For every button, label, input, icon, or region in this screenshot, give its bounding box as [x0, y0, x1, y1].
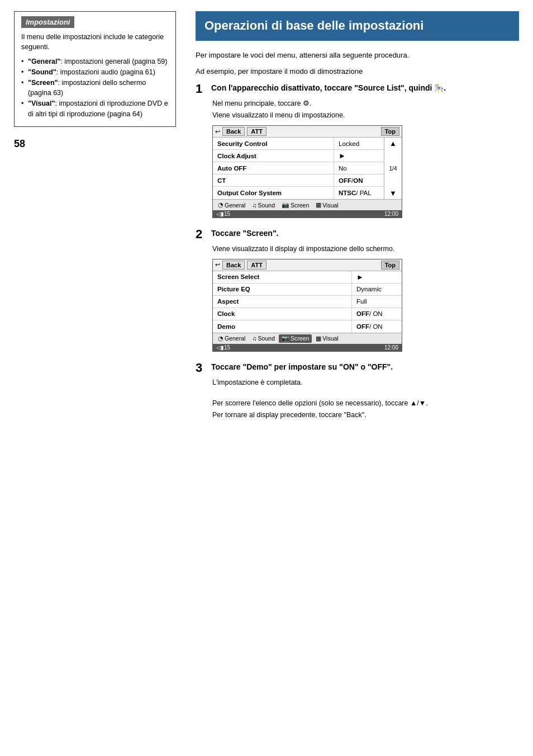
aspect-value: Full	[351, 296, 402, 308]
page-title: Operazioni di base delle impostazioni	[204, 18, 510, 34]
item-label: "Screen"	[28, 79, 58, 87]
back-icon-2: ↩	[215, 261, 220, 268]
screen-select-label: Screen Select	[213, 271, 351, 283]
category-list: "General": impostazioni generali (pagina…	[21, 56, 169, 120]
nav-sound-2[interactable]: ♫ Sound	[249, 334, 278, 342]
back-icon: ↩	[215, 128, 220, 135]
screen-icon: 📷	[282, 201, 289, 209]
menu-row-output: Output Color System NTSC / PAL	[213, 187, 384, 199]
down-arrow-icon[interactable]: ▼	[389, 189, 397, 197]
nav-sound-label: Sound	[258, 202, 275, 209]
back-button-2[interactable]: Back	[222, 261, 245, 270]
step-3-body: L'impostazione è completata. Per scorrer…	[196, 377, 519, 420]
step-1-line-1: Nel menu principale, toccare ⚙.	[212, 98, 519, 109]
menu-row-screen-select: Screen Select ►	[213, 271, 402, 284]
impostazioni-box: Impostazioni Il menu delle impostazioni …	[14, 11, 176, 127]
step-3-number: 3	[196, 362, 207, 374]
left-column: Impostazioni Il menu delle impostazioni …	[11, 11, 184, 745]
status-bar-2: ◁▮15 12:00	[213, 344, 402, 351]
clock2-value: OFF / ON	[351, 308, 402, 320]
item-label: "General"	[28, 58, 60, 65]
nav-general-label-2: General	[225, 335, 245, 342]
step-3-scroll-hint: Per scorrere l'elenco delle opzioni (sol…	[212, 398, 519, 409]
step-2-header: 2 Toccare "Screen".	[196, 228, 519, 240]
nav-visual-label: Visual	[322, 202, 338, 209]
picture-eq-label: Picture EQ	[213, 284, 351, 295]
step-1-title: Con l'apparecchio disattivato, toccare "…	[211, 83, 446, 94]
menu-top-bar-1: ↩ Back ATT Top	[213, 126, 402, 138]
att-button-2[interactable]: ATT	[247, 261, 266, 270]
top-right-2: Top	[381, 261, 399, 270]
page-number: 58	[14, 138, 176, 150]
menu-nav-2: ◔ General ♫ Sound 📷 Screen ▦	[213, 333, 402, 344]
demo-value: OFF / ON	[351, 320, 402, 333]
item-label: "Sound"	[28, 68, 56, 76]
intro-text-2: Ad esempio, per impostare il modo di dim…	[196, 66, 519, 77]
nav-screen-label: Screen	[291, 202, 309, 209]
nav-general-2[interactable]: ◔ General	[215, 334, 248, 343]
right-column: Operazioni di base delle impostazioni Pe…	[184, 11, 522, 745]
att-button-1[interactable]: ATT	[247, 127, 266, 136]
list-item: "General": impostazioni generali (pagina…	[21, 56, 169, 67]
menu-row-aspect: Aspect Full	[213, 296, 402, 308]
box-intro: Il menu delle impostazioni include le ca…	[21, 32, 169, 52]
step-2-body: Viene visualizzato il display di imposta…	[196, 244, 519, 352]
sound-icon: ♫	[252, 202, 256, 209]
menu-row-clock2: Clock OFF / ON	[213, 308, 402, 320]
nav-sound-1[interactable]: ♫ Sound	[249, 201, 278, 209]
menu-row-auto: Auto OFF No	[213, 162, 384, 174]
visual-icon: ▦	[316, 201, 321, 209]
status-right-2: 12:00	[384, 344, 398, 351]
security-label: Security Control	[213, 138, 334, 149]
menu-main-1: Security Control Locked Clock Adjust ► A…	[213, 138, 384, 199]
menu-nav-1: ◔ General ♫ Sound 📷 Screen ▦	[213, 199, 402, 210]
top-button-2[interactable]: Top	[381, 261, 399, 270]
back-button-1[interactable]: Back	[222, 127, 245, 136]
menu-side-1: ▲ 1/4 ▼	[384, 138, 402, 199]
screen-icon-2: 📷	[282, 335, 289, 342]
nav-screen-1[interactable]: 📷 Screen	[279, 201, 312, 209]
nav-screen-2[interactable]: 📷 Screen	[279, 334, 312, 343]
nav-visual-1[interactable]: ▦ Visual	[313, 201, 341, 209]
page-indicator-1: 1/4	[389, 164, 397, 173]
arrow-icon: ►	[339, 152, 346, 160]
item-label: "Visual"	[28, 100, 55, 107]
nav-sound-label-2: Sound	[258, 335, 275, 342]
item-desc: : impostazioni audio (pagina 61)	[56, 68, 155, 76]
auto-label: Auto OFF	[213, 162, 334, 174]
menu-row-security: Security Control Locked	[213, 138, 384, 150]
up-arrow-icon[interactable]: ▲	[389, 139, 397, 148]
step-1: 1 Con l'apparecchio disattivato, toccare…	[196, 83, 519, 219]
menu-row-demo: Demo OFF / ON	[213, 320, 402, 333]
picture-eq-value: Dynamic	[351, 284, 402, 295]
nav-visual-2[interactable]: ▦ Visual	[313, 334, 341, 343]
menu-row-clock: Clock Adjust ►	[213, 150, 384, 162]
menu-display-2: ↩ Back ATT Top Screen Select ►	[212, 259, 402, 352]
clock2-label: Clock	[213, 308, 351, 320]
step-3-completion: L'impostazione è completata.	[212, 377, 519, 388]
aspect-label: Aspect	[213, 296, 351, 308]
step-2-line-1: Viene visualizzato il display di imposta…	[212, 244, 519, 254]
step-1-body: Nel menu principale, toccare ⚙. Viene vi…	[196, 98, 519, 219]
nav-general-1[interactable]: ◔ General	[215, 201, 248, 209]
status-bar-1: ◁▮15 12:00	[213, 210, 402, 218]
list-item: "Sound": impostazioni audio (pagina 61)	[21, 67, 169, 78]
arrow-icon-2: ►	[356, 273, 364, 281]
nav-visual-label-2: Visual	[322, 335, 338, 342]
intro-text-1: Per impostare le voci del menu, atteners…	[196, 50, 519, 61]
auto-value: No	[334, 162, 384, 174]
item-desc: : impostazioni generali (pagina 59)	[60, 58, 167, 65]
clock-value: ►	[334, 150, 384, 162]
step-3-title: Toccare "Demo" per impostare su "ON" o "…	[211, 362, 393, 373]
step-2-title: Toccare "Screen".	[211, 228, 278, 239]
step-3: 3 Toccare "Demo" per impostare su "ON" o…	[196, 362, 519, 420]
step-3-back-hint: Per tornare al display precedente, tocca…	[212, 410, 519, 420]
step-2: 2 Toccare "Screen". Viene visualizzato i…	[196, 228, 519, 352]
top-button-1[interactable]: Top	[381, 127, 399, 136]
menu-row-picture-eq: Picture EQ Dynamic	[213, 284, 402, 296]
step-2-number: 2	[196, 228, 207, 240]
status-left-2: ◁▮15	[216, 344, 230, 351]
step-3-header: 3 Toccare "Demo" per impostare su "ON" o…	[196, 362, 519, 374]
output-value: NTSC / PAL	[334, 187, 384, 199]
step-1-header: 1 Con l'apparecchio disattivato, toccare…	[196, 83, 519, 95]
